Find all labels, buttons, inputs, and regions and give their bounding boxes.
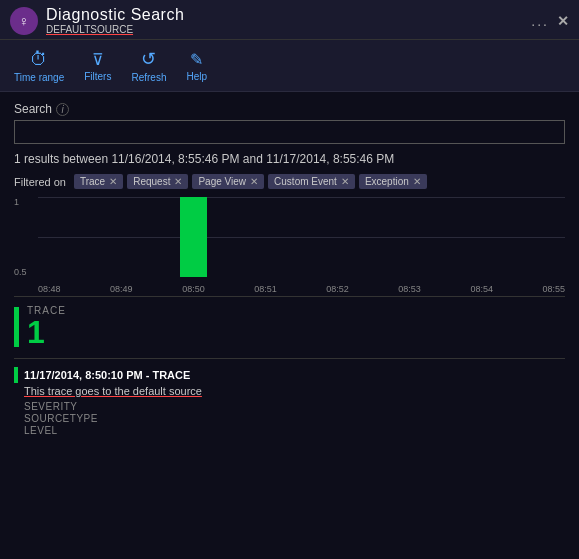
chart-area: 1 0.5 08:48 08:49 08:50 08:51 08:52 08:5… (14, 197, 565, 297)
filters-button[interactable]: ⊽ Filters (84, 50, 111, 82)
filter-tag-request-remove[interactable]: ✕ (174, 176, 182, 187)
time-range-label: Time range (14, 72, 64, 83)
close-button[interactable]: ✕ (557, 13, 569, 29)
title-bar: ♀ Diagnostic Search DEFAULTSOURCE ... ✕ (0, 0, 579, 40)
chart-x-label-5: 08:53 (398, 284, 421, 294)
filters-label: Filters (84, 71, 111, 82)
filter-tag-pageview-label: Page View (198, 176, 246, 187)
filter-tag-request-label: Request (133, 176, 170, 187)
search-info-icon: i (56, 103, 69, 116)
time-range-icon: ⏱ (30, 49, 48, 70)
title-left: ♀ Diagnostic Search DEFAULTSOURCE (10, 6, 184, 35)
filter-tag-customevent-label: Custom Event (274, 176, 337, 187)
chart-x-label-6: 08:54 (470, 284, 493, 294)
refresh-label: Refresh (131, 72, 166, 83)
help-button[interactable]: ✎ Help (186, 50, 207, 82)
chart-x-label-7: 08:55 (542, 284, 565, 294)
log-entry: 11/17/2014, 8:50:10 PM - TRACE This trac… (14, 367, 565, 436)
filter-bar: Filtered on Trace ✕ Request ✕ Page View … (14, 174, 565, 189)
chart-inner (38, 197, 565, 277)
log-entry-header: 11/17/2014, 8:50:10 PM - TRACE (14, 367, 565, 383)
chart-x-label-3: 08:51 (254, 284, 277, 294)
results-summary: 1 results between 11/16/2014, 8:55:46 PM… (14, 152, 565, 166)
log-entry-message: This trace goes to the default source (24, 385, 565, 397)
divider-line (14, 358, 565, 359)
dot-menu-button[interactable]: ... (531, 13, 549, 29)
filter-tag-request[interactable]: Request ✕ (127, 174, 188, 189)
trace-bar (14, 307, 19, 347)
window-title: Diagnostic Search (46, 6, 184, 24)
trace-count-value: 1 (27, 316, 66, 348)
log-field-sourcetype: SOURCETYPE (24, 413, 565, 424)
content-area: Search i 1 results between 11/16/2014, 8… (0, 92, 579, 559)
log-field-severity: SEVERITY (24, 401, 565, 412)
trace-count-group: TRACE 1 (27, 305, 66, 348)
log-entry-fields: SEVERITY SOURCETYPE LEVEL (24, 401, 565, 436)
chart-gridline-top (38, 197, 565, 198)
filter-tag-trace[interactable]: Trace ✕ (74, 174, 123, 189)
chart-y-labels: 1 0.5 (14, 197, 31, 277)
filter-tag-exception-remove[interactable]: ✕ (413, 176, 421, 187)
time-range-button[interactable]: ⏱ Time range (14, 49, 64, 83)
chart-y-label-mid: 0.5 (14, 267, 27, 277)
source-label: DEFAULTSOURCE (46, 24, 184, 35)
title-controls: ... ✕ (531, 13, 569, 29)
log-field-level: LEVEL (24, 425, 565, 436)
refresh-icon: ↺ (141, 48, 156, 70)
log-entry-body: This trace goes to the default source SE… (14, 385, 565, 436)
chart-x-label-1: 08:49 (110, 284, 133, 294)
chart-x-labels: 08:48 08:49 08:50 08:51 08:52 08:53 08:5… (38, 284, 565, 294)
filter-tag-customevent[interactable]: Custom Event ✕ (268, 174, 355, 189)
refresh-button[interactable]: ↺ Refresh (131, 48, 166, 83)
chart-bar (180, 197, 206, 277)
filter-label: Filtered on (14, 176, 66, 188)
filter-tag-trace-label: Trace (80, 176, 105, 187)
chart-x-label-4: 08:52 (326, 284, 349, 294)
chart-gridline-mid (38, 237, 565, 238)
search-input[interactable] (14, 120, 565, 144)
filter-tag-customevent-remove[interactable]: ✕ (341, 176, 349, 187)
filter-tag-pageview-remove[interactable]: ✕ (250, 176, 258, 187)
filters-icon: ⊽ (92, 50, 104, 69)
search-label-row: Search i (14, 102, 565, 116)
app-icon: ♀ (10, 7, 38, 35)
filter-tag-trace-remove[interactable]: ✕ (109, 176, 117, 187)
log-entry-title[interactable]: 11/17/2014, 8:50:10 PM - TRACE (24, 369, 190, 381)
search-text: Search (14, 102, 52, 116)
help-label: Help (186, 71, 207, 82)
filter-tag-pageview[interactable]: Page View ✕ (192, 174, 264, 189)
chart-x-label-2: 08:50 (182, 284, 205, 294)
help-icon: ✎ (190, 50, 203, 69)
title-text-group: Diagnostic Search DEFAULTSOURCE (46, 6, 184, 35)
chart-bar-container (38, 197, 565, 277)
chart-y-label-top: 1 (14, 197, 27, 207)
filter-tag-exception-label: Exception (365, 176, 409, 187)
filter-tag-exception[interactable]: Exception ✕ (359, 174, 427, 189)
chart-x-label-0: 08:48 (38, 284, 61, 294)
toolbar: ⏱ Time range ⊽ Filters ↺ Refresh ✎ Help (0, 40, 579, 92)
trace-count-section: TRACE 1 (14, 305, 565, 348)
log-entry-indicator (14, 367, 18, 383)
